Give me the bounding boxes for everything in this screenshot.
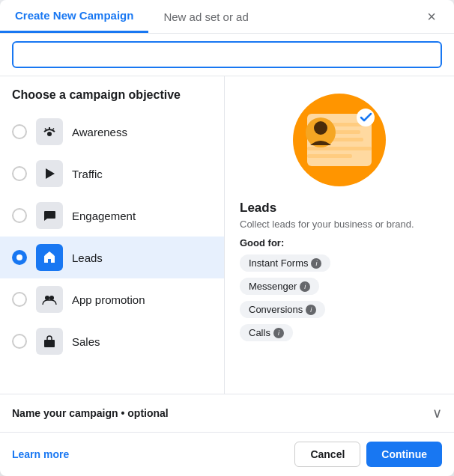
svg-rect-8 (44, 340, 55, 347)
left-panel: Choose a campaign objective Awareness Tr… (0, 76, 225, 394)
radio-leads-inner (16, 254, 22, 260)
footer-buttons: Cancel Continue (294, 442, 442, 467)
svg-line-3 (53, 129, 55, 130)
badge-messenger-label: Messenger (249, 281, 297, 292)
radio-leads (12, 250, 27, 265)
svg-line-2 (45, 129, 46, 130)
radio-traffic (12, 166, 27, 181)
search-bar (0, 34, 454, 76)
info-icon-conversions[interactable]: i (306, 305, 316, 315)
option-sales-label: Sales (72, 335, 100, 348)
badge-instant-forms: Instant Forms i (240, 254, 330, 272)
svg-point-18 (357, 109, 375, 126)
illustration-svg (291, 91, 388, 189)
tab-new-adset[interactable]: New ad set or ad (148, 1, 263, 32)
cancel-button[interactable]: Cancel (294, 442, 360, 467)
learn-more-link[interactable]: Learn more (12, 448, 69, 460)
icon-traffic (36, 160, 63, 187)
section-title: Choose a campaign objective (0, 88, 224, 111)
illustration (291, 91, 388, 189)
illustration-wrapper (240, 91, 439, 189)
svg-marker-4 (46, 168, 55, 179)
option-engagement-label: Engagement (72, 210, 136, 222)
radio-engagement (12, 208, 27, 223)
option-awareness[interactable]: Awareness (0, 111, 224, 153)
svg-rect-14 (307, 147, 372, 150)
info-icon-instant-forms[interactable]: i (311, 258, 321, 269)
badge-list: Instant Forms i Messenger i Conversions … (240, 254, 439, 341)
tab-create-campaign[interactable]: Create New Campaign (0, 0, 148, 33)
option-app-promotion-label: App promotion (72, 293, 145, 306)
option-app-promotion[interactable]: App promotion (0, 278, 224, 320)
svg-rect-12 (332, 130, 360, 134)
svg-rect-13 (332, 138, 363, 141)
icon-engagement (36, 202, 63, 229)
option-traffic[interactable]: Traffic (0, 153, 224, 195)
icon-app-promotion (36, 286, 63, 313)
detail-title: Leads (240, 201, 439, 216)
option-awareness-label: Awareness (72, 126, 127, 138)
svg-marker-5 (45, 251, 54, 255)
svg-point-6 (45, 296, 49, 300)
option-sales[interactable]: Sales (0, 320, 224, 362)
radio-sales (12, 334, 27, 349)
name-campaign-label: Name your campaign • optional (12, 407, 169, 419)
name-campaign-section[interactable]: Name your campaign • optional ∨ (0, 394, 454, 432)
continue-button[interactable]: Continue (366, 442, 442, 467)
modal-footer: Learn more Cancel Continue (0, 432, 454, 476)
option-traffic-label: Traffic (72, 168, 103, 180)
modal-container: Create New Campaign New ad set or ad × C… (0, 0, 454, 476)
icon-sales (36, 328, 63, 355)
svg-rect-15 (307, 154, 352, 158)
info-icon-calls[interactable]: i (273, 328, 284, 338)
radio-awareness (12, 124, 27, 139)
option-engagement[interactable]: Engagement (0, 195, 224, 237)
option-leads[interactable]: Leads (0, 237, 224, 278)
svg-point-7 (49, 296, 54, 300)
modal-header: Create New Campaign New ad set or ad × (0, 0, 454, 34)
radio-app-promotion (12, 292, 27, 307)
good-for-label: Good for: (240, 237, 439, 248)
chevron-down-icon: ∨ (432, 405, 442, 421)
icon-awareness (36, 118, 63, 145)
search-input[interactable] (12, 41, 442, 68)
badge-calls: Calls i (240, 324, 293, 341)
detail-description: Collect leads for your business or brand… (240, 219, 439, 230)
info-icon-messenger[interactable]: i (300, 281, 310, 292)
modal-body: Choose a campaign objective Awareness Tr… (0, 76, 454, 394)
badge-conversions-label: Conversions (249, 304, 303, 315)
right-panel: Leads Collect leads for your business or… (225, 76, 454, 394)
badge-messenger: Messenger i (240, 278, 319, 295)
badge-instant-forms-label: Instant Forms (249, 257, 308, 269)
option-leads-label: Leads (72, 251, 103, 264)
badge-calls-label: Calls (249, 327, 270, 338)
svg-point-0 (47, 132, 52, 136)
svg-point-17 (314, 121, 327, 135)
badge-conversions: Conversions i (240, 301, 325, 318)
close-button[interactable]: × (421, 5, 442, 28)
icon-leads (36, 244, 63, 271)
